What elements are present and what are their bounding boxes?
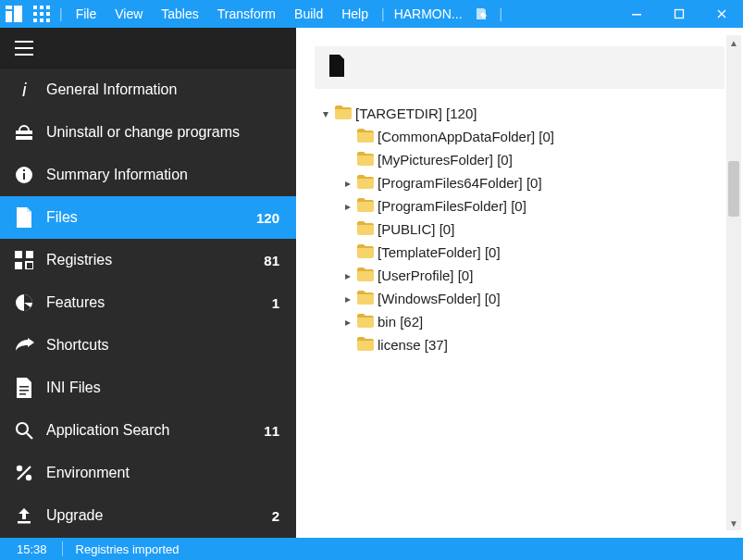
sidebar-item-label: Environment [46,465,130,481]
svg-rect-21 [15,262,22,269]
caret-right-icon[interactable]: ▸ [341,177,355,190]
tree-node-label: [UserProfile] [0] [378,268,473,283]
svg-rect-12 [632,14,641,16]
titlebar-separator: | [496,6,507,21]
app-layout-icon[interactable] [0,6,28,22]
file-icon [13,207,35,228]
sidebar-item-badge: 11 [264,423,279,439]
menu-help[interactable]: Help [332,0,378,28]
tree-row[interactable]: ▸bin [62] [315,310,724,333]
sidebar-item-environment[interactable]: Environment [0,452,296,494]
titlebar: | File View Tables Transform Build Help … [0,0,743,28]
tree-node-label: [TARGETDIR] [120] [355,106,477,121]
file-icon [328,55,346,81]
svg-rect-4 [40,6,43,9]
menu-tables[interactable]: Tables [152,0,207,28]
vertical-scrollbar[interactable]: ▲ ▼ [726,35,741,530]
menu-build[interactable]: Build [285,0,332,28]
sidebar-item-label: Features [46,294,105,311]
menu-file[interactable]: File [67,0,106,28]
menu-transform[interactable]: Transform [208,0,285,28]
sidebar-item-shortcuts[interactable]: Shortcuts [0,324,296,367]
info-italic-icon: i [13,81,35,99]
svg-rect-25 [19,390,29,392]
folder-icon [357,314,374,330]
sidebar-item-label: General Information [46,81,177,98]
sidebar-item-summary-information[interactable]: Summary Information [0,154,296,196]
titlebar-separator: | [56,6,67,21]
window-maximize-button[interactable] [658,0,700,28]
sidebar-item-uninstall-or-change-programs[interactable]: Uninstall or change programs [0,111,296,154]
status-time: 15:38 [0,542,62,556]
caret-right-icon[interactable]: ▸ [341,269,355,282]
tree-row[interactable]: ▾[TARGETDIR] [120] [315,102,724,125]
tree-row[interactable]: ▸[UserProfile] [0] [315,264,724,287]
svg-rect-19 [15,251,22,258]
sidebar-item-upgrade[interactable]: Upgrade2 [0,494,296,537]
tree-row[interactable]: ▸[PUBLIC] [0] [315,218,724,241]
sidebar-item-label: Files [46,209,78,226]
caret-right-icon[interactable]: ▸ [341,316,355,329]
svg-point-28 [17,466,22,471]
svg-rect-17 [23,173,25,180]
sidebar-item-registries[interactable]: Registries81 [0,239,296,281]
caret-down-icon[interactable]: ▾ [318,107,333,120]
sidebar-item-files[interactable]: Files120 [0,196,296,239]
tree-row[interactable]: ▸[ProgramFilesFolder] [0] [315,194,724,218]
inifile-icon [13,378,35,398]
pie-icon [13,293,35,312]
sidebar-item-badge: 2 [272,508,279,524]
svg-rect-2 [14,6,22,22]
registry-icon [13,251,35,269]
window-minimize-button[interactable] [615,0,658,28]
tree-row[interactable]: ▸[CommonAppDataFolder] [0] [315,125,724,148]
search-icon [13,421,35,440]
tree-row[interactable]: ▸[WindowsFolder] [0] [315,287,724,310]
svg-rect-13 [675,10,684,19]
uninstall-icon [13,123,35,142]
caret-right-icon[interactable]: ▸ [341,200,355,213]
window-close-button[interactable] [700,0,743,28]
scroll-track[interactable] [726,50,741,516]
sidebar-hamburger-button[interactable] [0,28,296,68]
svg-rect-18 [23,169,25,171]
tree-node-label: [ProgramFilesFolder] [0] [378,198,526,214]
svg-rect-15 [16,134,32,136]
sidebar-item-label: Registries [46,252,112,268]
sidebar-item-badge: 81 [264,253,279,268]
hamburger-icon [15,41,33,56]
tree-node-label: bin [62] [378,314,423,330]
sidebar-item-application-search[interactable]: Application Search11 [0,409,296,452]
tree-row[interactable]: ▸[MyPicturesFolder] [0] [315,148,724,171]
sidebar-item-general-information[interactable]: iGeneral Information [0,68,296,111]
scroll-down-button[interactable]: ▼ [726,516,741,530]
tree-row[interactable]: ▸[TemplateFolder] [0] [315,241,724,264]
sidebar-item-label: Upgrade [46,507,103,524]
sidebar-item-label: Summary Information [46,167,188,183]
caret-right-icon[interactable]: ▸ [341,292,355,305]
svg-rect-22 [26,262,33,269]
scroll-up-button[interactable]: ▲ [726,35,741,50]
svg-point-27 [17,423,28,434]
tree-node-label: [ProgramFiles64Folder] [0] [378,175,542,191]
menu-view[interactable]: View [105,0,152,28]
sidebar-item-features[interactable]: Features1 [0,281,296,324]
svg-rect-9 [33,19,37,22]
scroll-thumb[interactable] [728,161,739,217]
tree-row[interactable]: ▸[ProgramFiles64Folder] [0] [315,171,724,194]
svg-rect-11 [46,19,50,22]
edit-document-icon[interactable] [468,6,496,21]
folder-icon [357,337,374,354]
folder-icon [357,244,374,261]
tree-row[interactable]: ▸license [37] [315,333,724,356]
app-grid-icon[interactable] [28,6,56,22]
sidebar-item-label: Uninstall or change programs [46,124,240,141]
tree-node-label: [PUBLIC] [0] [378,221,454,237]
sidebar-item-label: Shortcuts [46,337,109,354]
sidebar-item-ini-files[interactable]: INI Files [0,367,296,409]
tree-node-label: [CommonAppDataFolder] [0] [378,129,554,144]
folder-icon [357,268,374,284]
svg-rect-20 [26,251,33,258]
svg-rect-24 [19,386,29,388]
svg-rect-30 [18,521,31,524]
